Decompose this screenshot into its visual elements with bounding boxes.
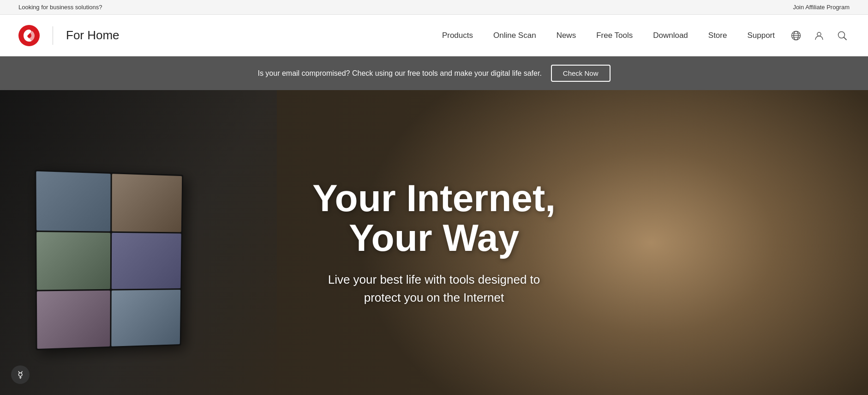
logo-link[interactable]: For Home <box>18 25 120 46</box>
for-home-label: For Home <box>66 28 120 43</box>
hero-subtitle: Live your best life with tools designed … <box>328 271 540 307</box>
nav-icons <box>789 28 850 43</box>
hero-section: Your Internet,Your Way Live your best li… <box>0 90 868 395</box>
search-icon <box>837 30 847 41</box>
nav-online-scan[interactable]: Online Scan <box>483 15 546 56</box>
svg-line-8 <box>844 37 847 40</box>
promo-banner: Is your email compromised? Check using o… <box>0 56 868 90</box>
affiliate-link[interactable]: Join Affiliate Program <box>793 4 850 11</box>
trend-micro-logo <box>18 25 40 46</box>
hero-content: Your Internet,Your Way Live your best li… <box>0 90 868 395</box>
banner-text: Is your email compromised? Check using o… <box>257 69 541 78</box>
nav-download[interactable]: Download <box>643 15 698 56</box>
header: For Home Products Online Scan News Free … <box>0 15 868 56</box>
accessibility-icon: ☿ <box>18 369 23 380</box>
svg-point-6 <box>817 32 821 36</box>
top-bar: Looking for business solutions? Join Aff… <box>0 0 868 15</box>
nav-free-tools[interactable]: Free Tools <box>586 15 643 56</box>
user-icon-button[interactable] <box>812 28 826 43</box>
user-icon <box>814 30 824 41</box>
main-nav: Products Online Scan News Free Tools Dow… <box>147 15 850 56</box>
nav-store[interactable]: Store <box>698 15 737 56</box>
svg-point-0 <box>18 25 40 46</box>
search-icon-button[interactable] <box>835 28 850 43</box>
accessibility-button[interactable]: ☿ <box>11 365 30 384</box>
globe-icon-button[interactable] <box>789 28 803 43</box>
nav-products[interactable]: Products <box>432 15 483 56</box>
hero-title: Your Internet,Your Way <box>312 178 556 258</box>
globe-icon <box>791 30 801 41</box>
nav-news[interactable]: News <box>546 15 587 56</box>
top-bar-left: Looking for business solutions? <box>18 4 102 11</box>
logo-divider <box>53 26 53 45</box>
nav-support[interactable]: Support <box>737 15 785 56</box>
check-now-button[interactable]: Check Now <box>551 65 611 82</box>
